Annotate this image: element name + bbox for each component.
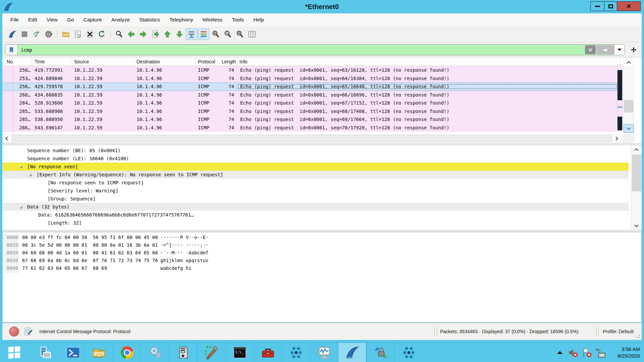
menu-item[interactable]: Wireless (198, 13, 227, 26)
detail-line[interactable]: [No response seen] (3, 163, 629, 171)
taskbar-toolbox[interactable] (254, 343, 282, 362)
taskbar-clock[interactable]: 3:56 AM 8/25/2020 (618, 343, 641, 362)
go-to-packet-button[interactable] (150, 28, 161, 40)
detail-line[interactable]: [Group: Sequence] (3, 195, 629, 203)
taskbar-app-grid[interactable] (282, 343, 310, 362)
expander-triangle-icon[interactable] (20, 163, 22, 171)
expert-info-button[interactable] (9, 326, 19, 337)
details-vscrollbar[interactable] (631, 145, 642, 230)
hex-row[interactable]: 0040 77 61 62 63 64 65 66 67 68 69 wabcd… (3, 264, 641, 272)
scroll-down-button[interactable] (631, 221, 641, 230)
save-file-button[interactable] (72, 28, 84, 40)
menu-item[interactable]: Tools (227, 13, 249, 26)
start-button[interactable] (0, 343, 28, 362)
packet-row[interactable]: 250… 419.772991 10.1.22.59 10.1.4.96 ICM… (2, 66, 617, 74)
taskbar-wireshark[interactable] (338, 343, 366, 362)
colorize-button[interactable] (198, 28, 209, 40)
open-file-button[interactable] (60, 28, 71, 40)
zoom-out-button[interactable] (222, 28, 233, 40)
taskbar-command-prompt[interactable]: C:\_ (225, 343, 254, 362)
taskbar-server-manager[interactable] (31, 343, 59, 362)
go-last-packet-button[interactable] (174, 28, 185, 40)
details-scroll-thumb[interactable] (632, 155, 641, 191)
minimize-button[interactable] (590, 1, 604, 11)
menu-item[interactable]: File (6, 13, 23, 26)
column-header-time[interactable]: Time (32, 58, 72, 66)
restart-capture-button[interactable] (31, 28, 42, 40)
filter-add-button[interactable]: + (628, 44, 639, 56)
packet-row[interactable]: 260… 434.688835 10.1.22.59 10.1.4.96 ICM… (2, 91, 617, 99)
close-file-button[interactable] (84, 28, 96, 40)
filter-clear-button[interactable] (585, 45, 596, 54)
zoom-reset-button[interactable] (234, 28, 246, 40)
taskbar-secure-transfer[interactable] (366, 343, 394, 362)
go-first-packet-button[interactable] (162, 28, 173, 40)
auto-scroll-button[interactable] (186, 28, 197, 40)
resize-columns-button[interactable] (246, 28, 258, 40)
detail-line[interactable]: Data (32 bytes) (3, 203, 629, 211)
detail-line[interactable]: Sequence number (LE): 16640 (0x4100) (3, 155, 629, 163)
column-header-source[interactable]: Source (72, 58, 134, 66)
column-header-length[interactable]: Length (218, 58, 237, 66)
expander-triangle-icon[interactable] (20, 203, 22, 211)
packet-row[interactable]: 253… 424.689846 10.1.22.59 10.1.4.96 ICM… (2, 74, 617, 83)
vscroll-thumb[interactable] (624, 100, 633, 113)
packet-row[interactable]: 284… 528.913600 10.1.22.59 10.1.4.96 ICM… (2, 99, 617, 107)
capture-options-button[interactable] (43, 28, 54, 40)
hex-row[interactable]: 0010 00 3c 5e 5d 00 00 80 01 00 00 0a 01… (3, 241, 641, 249)
find-packet-button[interactable] (113, 28, 125, 40)
stop-capture-button[interactable] (19, 28, 30, 40)
hex-row[interactable]: 0020 04 60 08 00 4d 1a 00 01 00 41 61 62… (3, 249, 641, 257)
scroll-left-button[interactable] (3, 135, 11, 142)
hex-row[interactable]: 0000 00 08 e3 ff fc 04 00 50 56 95 f1 6f… (3, 234, 641, 241)
display-filter-input[interactable]: icmp (5, 44, 625, 55)
taskbar-file-explorer[interactable] (85, 343, 113, 362)
taskbar-installer[interactable] (169, 343, 197, 362)
packet-row[interactable]: 286… 543.690147 10.1.22.59 10.1.4.96 ICM… (2, 124, 617, 132)
taskbar-performance-monitor[interactable] (310, 343, 338, 362)
column-header-no[interactable]: No. (2, 58, 32, 66)
menu-item[interactable]: Go (62, 13, 79, 26)
menu-item[interactable]: Edit (23, 13, 42, 26)
taskbar-admin-tools[interactable] (197, 343, 225, 362)
filter-text[interactable]: icmp (17, 47, 584, 53)
menu-item[interactable]: Help (249, 13, 269, 26)
tray-network[interactable] (594, 343, 606, 362)
scroll-up-button[interactable] (624, 58, 634, 67)
taskbar-services[interactable] (141, 343, 169, 362)
detail-line[interactable]: [No response seen to ICMP request] (3, 179, 629, 187)
column-header-destination[interactable]: Destination (134, 58, 196, 66)
maximize-button[interactable] (604, 1, 617, 11)
start-capture-button[interactable] (7, 28, 18, 40)
scroll-up-button[interactable] (631, 145, 641, 154)
filter-bookmark-button[interactable] (5, 45, 17, 55)
menu-item[interactable]: Statistics (135, 13, 165, 26)
expander-triangle-icon[interactable] (29, 171, 32, 179)
tray-volume[interactable] (568, 343, 579, 362)
intelligent-scrollbar-minimap[interactable] (617, 65, 623, 130)
filter-apply-button[interactable] (596, 45, 614, 54)
detail-line[interactable]: [Severity level: Warning] (3, 187, 629, 195)
close-button[interactable]: ✕ (617, 1, 641, 11)
menu-item[interactable]: Telephony (165, 13, 198, 26)
hex-row[interactable]: 0030 67 68 69 6a 6b 6c 6d 6e 6f 70 71 72… (3, 257, 641, 264)
status-profile[interactable]: Profile: Default (603, 323, 634, 340)
detail-line[interactable]: [Length: 32] (3, 219, 629, 227)
packet-row[interactable]: 285… 533.688908 10.1.22.59 10.1.4.96 ICM… (2, 107, 617, 116)
column-header-info[interactable]: Info (237, 58, 621, 66)
packet-list-vscrollbar[interactable] (623, 58, 634, 133)
filter-dropdown-button[interactable] (614, 45, 625, 55)
taskbar-chrome[interactable] (113, 343, 141, 362)
scroll-down-button[interactable] (624, 124, 634, 133)
packet-row[interactable]: 285… 538.688950 10.1.22.59 10.1.4.96 ICM… (2, 115, 617, 124)
hscroll-thumb[interactable] (12, 135, 612, 142)
packet-list-hscrollbar[interactable] (2, 134, 621, 142)
zoom-in-button[interactable] (210, 28, 221, 40)
scroll-right-button[interactable] (612, 135, 621, 142)
column-header-protocol[interactable]: Protocol (196, 58, 218, 66)
reload-file-button[interactable] (96, 28, 108, 40)
tray-action-center[interactable] (581, 343, 593, 362)
detail-line[interactable]: [Expert Info (Warning/Sequence): No resp… (3, 171, 629, 179)
show-hidden-icons-button[interactable] (555, 343, 565, 362)
taskbar-powershell[interactable] (59, 343, 87, 362)
